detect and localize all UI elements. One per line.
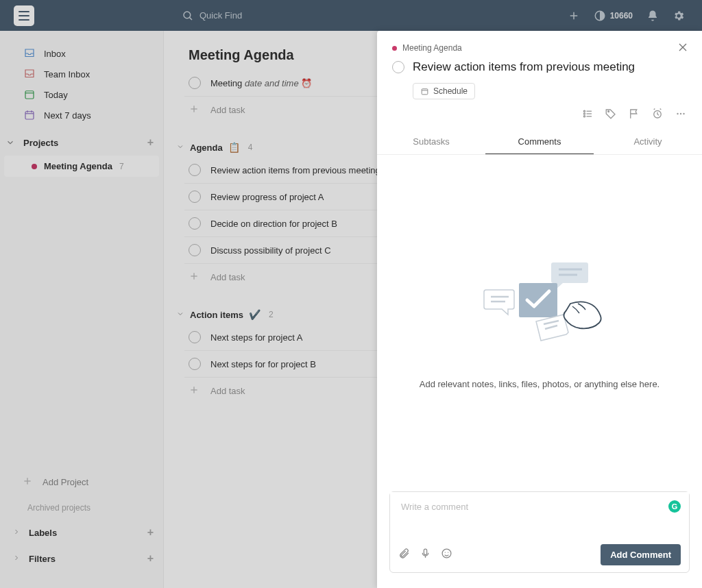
svg-point-33 <box>683 113 684 114</box>
sidebar-projects-toggle[interactable]: Projects + <box>0 131 163 154</box>
search-icon <box>182 10 194 22</box>
labels-label: Labels <box>29 528 57 538</box>
svg-point-29 <box>608 111 609 112</box>
archived-projects-label[interactable]: Archived projects <box>0 493 163 519</box>
section-count: 4 <box>248 143 253 152</box>
plus-icon <box>189 271 201 283</box>
tab-subtasks[interactable]: Subtasks <box>377 130 485 154</box>
svg-point-45 <box>448 552 448 552</box>
task-checkbox[interactable] <box>189 191 201 203</box>
team-inbox-icon <box>23 68 36 80</box>
chevron-down-icon <box>176 310 184 320</box>
grammarly-icon[interactable]: G <box>668 500 681 513</box>
svg-line-1 <box>190 17 192 19</box>
sidebar-item-team-inbox[interactable]: Team Inbox <box>0 64 163 84</box>
gear-icon[interactable] <box>673 10 685 22</box>
flag-icon[interactable] <box>628 108 640 123</box>
task-text: Review action items from previous meetin… <box>210 165 380 175</box>
svg-rect-5 <box>25 91 34 99</box>
add-task-label: Add task <box>210 272 245 282</box>
task-text: Next steps for for project B <box>210 359 316 369</box>
tab-comments[interactable]: Comments <box>485 130 594 154</box>
sidebar-item-label: Inbox <box>44 49 66 59</box>
task-text: Next steps for project A <box>210 332 302 343</box>
sidebar-item-next7[interactable]: Next 7 days <box>0 105 163 125</box>
close-icon[interactable] <box>676 40 690 57</box>
label-icon[interactable] <box>605 108 617 123</box>
task-checkbox[interactable] <box>189 331 201 343</box>
svg-rect-21 <box>422 88 428 94</box>
chevron-right-icon <box>12 554 21 564</box>
reminder-icon[interactable] <box>651 108 664 123</box>
task-text: Decide on direction for project B <box>210 219 337 229</box>
svg-rect-41 <box>424 549 426 555</box>
filters-label: Filters <box>29 554 56 564</box>
add-comment-button[interactable]: Add Comment <box>601 544 681 565</box>
subtasks-icon[interactable] <box>581 108 594 123</box>
plus-icon <box>22 476 34 488</box>
project-name: Meeting Agenda <box>44 161 112 171</box>
task-checkbox[interactable] <box>392 61 404 73</box>
section-name: Action items <box>190 310 243 320</box>
more-icon[interactable] <box>675 108 687 123</box>
plus-icon <box>189 384 201 397</box>
section-name: Agenda <box>190 143 223 153</box>
notifications-icon[interactable] <box>646 10 659 22</box>
sidebar-filters-toggle[interactable]: Filters + <box>0 546 163 572</box>
clipboard-icon: 📋 <box>228 142 240 153</box>
attachment-icon[interactable] <box>398 548 410 562</box>
project-count: 7 <box>119 162 124 171</box>
task-detail-panel: Meeting Agenda Review action items from … <box>377 31 702 588</box>
task-checkbox[interactable] <box>189 77 201 89</box>
emoji-icon[interactable] <box>441 548 452 562</box>
add-task-label: Add task <box>210 105 245 115</box>
plus-icon[interactable]: + <box>147 526 154 539</box>
add-project-label: Add Project <box>43 477 88 487</box>
breadcrumb[interactable]: Meeting Agenda <box>392 43 687 53</box>
add-icon[interactable] <box>568 10 580 22</box>
sidebar-item-label: Team Inbox <box>44 69 90 79</box>
plus-icon[interactable]: + <box>147 552 154 565</box>
task-text: Review progress of project A <box>210 192 324 202</box>
plus-icon <box>189 103 201 116</box>
today-icon <box>23 88 36 101</box>
task-checkbox[interactable] <box>189 217 201 230</box>
sidebar-item-inbox[interactable]: Inbox <box>0 43 163 64</box>
task-title[interactable]: Review action items from previous meetin… <box>413 60 635 75</box>
svg-point-31 <box>677 113 678 114</box>
sidebar-item-label: Today <box>44 90 68 100</box>
svg-rect-7 <box>25 112 34 119</box>
task-text: Discuss possibility of project C <box>210 245 331 256</box>
microphone-icon[interactable] <box>420 548 431 562</box>
checkmark-icon: ✔️ <box>249 309 261 320</box>
chevron-right-icon <box>12 528 21 538</box>
breadcrumb-project: Meeting Agenda <box>402 43 462 53</box>
empty-comments-illustration <box>471 256 608 358</box>
schedule-button[interactable]: Schedule <box>413 83 475 99</box>
sidebar-labels-toggle[interactable]: Labels + <box>0 519 163 546</box>
task-checkbox[interactable] <box>189 164 201 176</box>
plus-icon[interactable]: + <box>147 136 154 149</box>
task-checkbox[interactable] <box>189 244 201 256</box>
karma-icon <box>594 10 606 22</box>
add-task-label: Add task <box>210 386 245 396</box>
tab-activity[interactable]: Activity <box>594 130 702 154</box>
karma-value: 10660 <box>610 11 633 21</box>
calendar-icon <box>23 109 36 121</box>
chevron-down-icon <box>176 143 184 153</box>
sidebar-project-meeting-agenda[interactable]: Meeting Agenda 7 <box>4 156 159 177</box>
quick-find[interactable]: Quick Find <box>182 10 242 22</box>
comment-input[interactable] <box>390 492 689 536</box>
project-color-dot <box>32 164 37 169</box>
project-color-dot <box>392 46 397 51</box>
add-project-button[interactable]: Add Project <box>0 470 163 493</box>
sidebar-item-today[interactable]: Today <box>0 84 163 105</box>
chevron-down-icon <box>5 138 15 147</box>
svg-point-0 <box>184 12 191 19</box>
karma-count[interactable]: 10660 <box>594 10 633 22</box>
app-logo[interactable] <box>14 5 34 26</box>
svg-point-23 <box>583 110 585 112</box>
svg-point-27 <box>583 116 585 117</box>
inbox-icon <box>23 47 36 60</box>
task-checkbox[interactable] <box>189 358 201 370</box>
